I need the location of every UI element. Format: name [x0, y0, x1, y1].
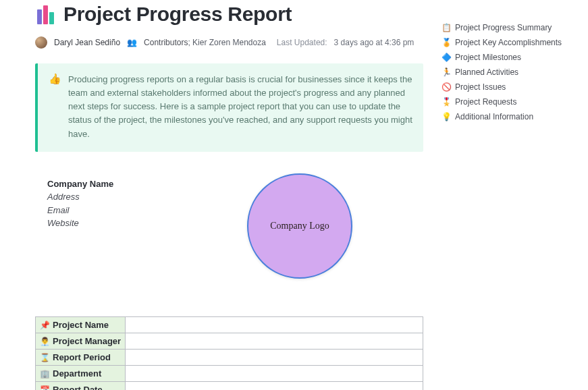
toc-label: Project Key Accomplishments [455, 38, 562, 47]
company-email: Email [47, 204, 423, 217]
row-label: Project Name [53, 320, 109, 330]
updated-value: 3 days ago at 4:36 pm [334, 38, 415, 47]
toc-label: Project Issues [455, 82, 506, 92]
contributors-block[interactable]: Contributors; Kier Zoren Mendoza [144, 38, 266, 47]
thumbs-up-icon: 👍 [49, 73, 61, 141]
toc-item[interactable]: 🎖️Project Requests [442, 94, 580, 109]
toc-item[interactable]: 📋Project Progress Summary [442, 20, 580, 35]
meta-row: Daryl Jean Sediño 👥 Contributors; Kier Z… [35, 36, 423, 49]
updated-label: Last Updated: [277, 38, 327, 47]
table-value-cell[interactable] [126, 349, 423, 365]
table-row: 👨‍💼Project Manager [36, 333, 423, 349]
row-icon: 🏢 [40, 369, 50, 379]
table-row: 📅Report Date [36, 381, 423, 390]
intro-callout: 👍 Producing progress reports on a regula… [35, 63, 423, 152]
toc-item[interactable]: 🔷Project Milestones [442, 50, 580, 65]
table-key-cell[interactable]: 📅Report Date [36, 381, 126, 390]
project-info-table: 📌Project Name👨‍💼Project Manager⌛Report P… [35, 316, 423, 390]
contributors-icon: 👥 [127, 38, 137, 47]
toc-icon: 🏅 [442, 38, 451, 47]
table-row: ⌛Report Period [36, 349, 423, 365]
row-icon: 👨‍💼 [40, 337, 50, 346]
toc-icon: 🎖️ [442, 97, 451, 107]
toc-item[interactable]: 🏅Project Key Accomplishments [442, 35, 580, 50]
toc-icon: 🏃 [442, 67, 451, 77]
contributors-label: Contributors [144, 38, 188, 47]
table-row: 📌Project Name [36, 316, 423, 333]
row-label: Department [53, 368, 101, 379]
company-block: Company Name Address Email Website Compa… [47, 177, 423, 306]
toc-item[interactable]: 🏃Planned Activities [442, 65, 580, 80]
toc-icon: 🚫 [442, 82, 451, 92]
bar-chart-icon [35, 4, 55, 24]
table-value-cell[interactable] [126, 365, 423, 381]
main-content: Project Progress Report Daryl Jean Sediñ… [35, 0, 423, 390]
company-website: Website [47, 217, 423, 230]
page-title: Project Progress Report [63, 3, 292, 26]
toc-label: Planned Activities [455, 67, 518, 77]
row-label: Report Date [53, 385, 103, 390]
company-logo-text: Company Logo [270, 221, 329, 231]
callout-text[interactable]: Producing progress reports on a regular … [68, 73, 412, 141]
table-row: 🏢Department [36, 365, 423, 381]
toc-item[interactable]: 🚫Project Issues [442, 80, 580, 94]
toc-label: Project Milestones [455, 53, 521, 62]
author-name[interactable]: Daryl Jean Sediño [54, 38, 120, 47]
toc-item[interactable]: 💡Additional Information [442, 109, 580, 124]
toc-label: Project Progress Summary [455, 23, 552, 32]
toc-icon: 🔷 [442, 53, 451, 62]
contributors-names: ; Kier Zoren Mendoza [188, 38, 265, 47]
table-key-cell[interactable]: ⌛Report Period [36, 349, 126, 365]
row-icon: 📌 [40, 321, 50, 330]
table-of-contents: 📋Project Progress Summary🏅Project Key Ac… [442, 20, 580, 124]
company-logo-placeholder[interactable]: Company Logo [247, 173, 352, 279]
toc-label: Project Requests [455, 97, 516, 107]
row-label: Report Period [53, 352, 111, 362]
toc-label: Additional Information [455, 112, 533, 121]
row-icon: ⌛ [40, 353, 50, 362]
table-key-cell[interactable]: 👨‍💼Project Manager [36, 333, 126, 349]
company-fields[interactable]: Company Name Address Email Website [47, 177, 423, 230]
row-label: Project Manager [53, 336, 121, 346]
author-avatar[interactable] [35, 36, 47, 49]
company-name-label: Company Name [47, 177, 423, 191]
table-key-cell[interactable]: 📌Project Name [36, 316, 126, 333]
row-icon: 📅 [40, 385, 50, 390]
title-row: Project Progress Report [35, 0, 423, 26]
company-address: Address [47, 190, 423, 204]
table-value-cell[interactable] [126, 316, 423, 333]
toc-icon: 💡 [442, 112, 451, 121]
table-value-cell[interactable] [126, 333, 423, 349]
toc-icon: 📋 [442, 23, 451, 32]
table-value-cell[interactable] [126, 381, 423, 390]
table-key-cell[interactable]: 🏢Department [36, 365, 126, 381]
